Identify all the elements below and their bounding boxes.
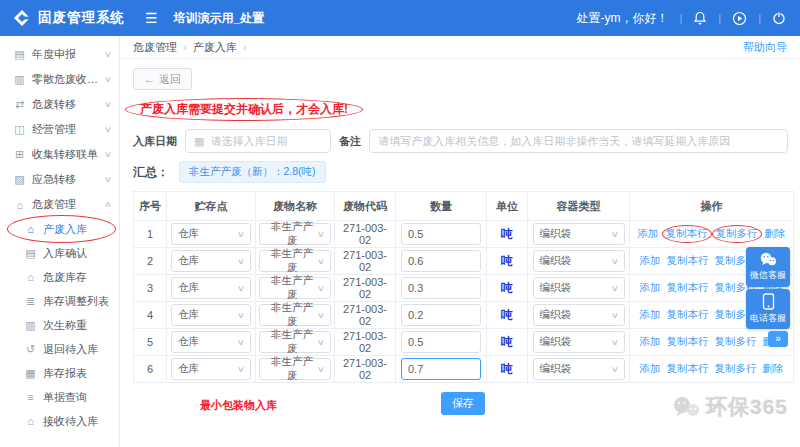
remark-field-label: 备注 [339, 134, 361, 149]
scattered-collection-icon: ▥ [13, 73, 26, 86]
copy-row-link[interactable]: 复制本行 [667, 362, 709, 376]
inbound-date-input[interactable]: ▦ 请选择入库日期 [185, 129, 331, 153]
delete-link[interactable]: 删除 [765, 227, 786, 241]
chevron-down-icon: ∨ [104, 75, 112, 84]
add-link[interactable]: 添加 [640, 362, 661, 376]
sidebar-subitem[interactable]: ▥次生称重 [0, 313, 119, 337]
seq-cell: 2 [134, 248, 167, 275]
sidebar-item[interactable]: ⊞收集转移联单∨ [0, 142, 119, 167]
copy-multi-link[interactable]: 复制多行 [715, 362, 757, 376]
breadcrumb-level1[interactable]: 危废管理 [133, 40, 177, 55]
back-button[interactable]: ← 返回 [133, 68, 192, 90]
quantity-cell [396, 302, 487, 329]
sidebar-item[interactable]: ⌂危废管理∧ [0, 192, 119, 217]
collapse-chevrons-button[interactable]: » [768, 331, 788, 347]
container-select[interactable]: 编织袋∨ [533, 358, 625, 380]
copy-row-link[interactable]: 复制本行 [662, 225, 712, 243]
chevron-down-icon: ∨ [237, 311, 245, 320]
quantity-input[interactable] [401, 304, 481, 326]
container-select-value: 编织袋 [540, 362, 572, 376]
container-cell: 编织袋∨ [528, 275, 630, 302]
quantity-input[interactable] [401, 358, 481, 380]
waste-name-select[interactable]: 非生产产废∨ [259, 250, 331, 272]
container-select[interactable]: 编织袋∨ [533, 277, 625, 299]
wechat-service-button[interactable]: 微信客服 [746, 247, 790, 287]
add-link[interactable]: 添加 [640, 254, 661, 268]
container-cell: 编织袋∨ [528, 356, 630, 383]
logout-power-icon[interactable] [772, 11, 786, 25]
inbound-form-row: 入库日期 ▦ 请选择入库日期 备注 [133, 129, 788, 153]
storage-select[interactable]: 仓库∨ [171, 223, 251, 245]
sidebar-item[interactable]: ⇄危废转移∨ [0, 92, 119, 117]
copy-multi-link[interactable]: 复制多行 [715, 335, 757, 349]
sidebar-item[interactable]: ▨应急转移∨ [0, 167, 119, 192]
sidebar-item[interactable]: ▤年度申报∨ [0, 42, 119, 67]
save-button[interactable]: 保存 [441, 392, 485, 415]
quantity-input[interactable] [401, 223, 481, 245]
waste-name-select[interactable]: 非生产产废∨ [259, 277, 331, 299]
sidebar-subitem-active[interactable]: ⌂产废入库 [0, 217, 119, 241]
container-select[interactable]: 编织袋∨ [533, 250, 625, 272]
container-select[interactable]: 编织袋∨ [533, 304, 625, 326]
sidebar-subitem[interactable]: ≣库存调整列表 [0, 289, 119, 313]
row-actions: 添加复制本行复制多行删除 [632, 227, 791, 241]
wechat-service-label: 微信客服 [750, 269, 786, 282]
waste-name-select[interactable]: 非生产产废∨ [259, 358, 331, 380]
storage-select[interactable]: 仓库∨ [171, 358, 251, 380]
add-link[interactable]: 添加 [640, 281, 661, 295]
storage-cell: 仓库∨ [167, 221, 256, 248]
quantity-cell [396, 356, 487, 383]
sidebar-item-label: 经营管理 [32, 122, 76, 137]
waste-name-select[interactable]: 非生产产废∨ [259, 223, 331, 245]
tab-training-demo[interactable]: 培训演示用_处置 [174, 10, 265, 27]
quantity-input[interactable] [401, 250, 481, 272]
sidebar-subitem[interactable]: ▤入库确认 [0, 241, 119, 265]
remark-input[interactable] [369, 129, 788, 153]
sidebar-item[interactable]: ▥零散危废收集填报∨ [0, 67, 119, 92]
guide-play-icon[interactable] [732, 11, 747, 26]
container-select[interactable]: 编织袋∨ [533, 223, 625, 245]
phone-service-button[interactable]: 电话客服 [746, 289, 790, 329]
storage-cell: 仓库∨ [167, 248, 256, 275]
notification-bell-icon[interactable] [693, 11, 707, 25]
topbar: 固废管理系统 ☰ 培训演示用_处置 处置-ym，你好！ | | | [0, 0, 800, 36]
quantity-input[interactable] [401, 277, 481, 299]
sidebar-item-label: 零散危废收集填报 [32, 72, 99, 87]
sidebar-subitem[interactable]: ⌂接收待入库 [0, 409, 119, 433]
add-link[interactable]: 添加 [640, 335, 661, 349]
container-select[interactable]: 编织袋∨ [533, 331, 625, 353]
help-guide-link[interactable]: 帮助向导 [743, 40, 787, 55]
storage-select[interactable]: 仓库∨ [171, 277, 251, 299]
sidebar-subitem[interactable]: ▦库存报表 [0, 361, 119, 385]
delete-link[interactable]: 删除 [763, 362, 784, 376]
copy-row-link[interactable]: 复制本行 [667, 308, 709, 322]
add-link[interactable]: 添加 [640, 308, 661, 322]
storage-select[interactable]: 仓库∨ [171, 304, 251, 326]
sidebar: ▤年度申报∨▥零散危废收集填报∨⇄危废转移∨◫经营管理∨⊞收集转移联单∨▨应急转… [0, 36, 120, 447]
summary-row: 汇总： 非生产产废（新）：2.8(吨) [133, 161, 788, 183]
container-select-value: 编织袋 [540, 227, 572, 241]
seq-cell: 5 [134, 329, 167, 356]
hamburger-menu-icon[interactable]: ☰ [145, 10, 158, 26]
sidebar-subitem[interactable]: ⌂危废库存 [0, 265, 119, 289]
storage-select[interactable]: 仓库∨ [171, 250, 251, 272]
copy-multi-link[interactable]: 复制多行 [712, 225, 762, 243]
breadcrumb-level2[interactable]: 产废入库 [193, 40, 237, 55]
brand: 固废管理系统 [0, 9, 125, 27]
add-link[interactable]: 添加 [638, 227, 659, 241]
quantity-input[interactable] [401, 331, 481, 353]
waste-name-select[interactable]: 非生产产废∨ [259, 331, 331, 353]
copy-row-link[interactable]: 复制本行 [667, 254, 709, 268]
storage-select[interactable]: 仓库∨ [171, 331, 251, 353]
sidebar-item[interactable]: ◫经营管理∨ [0, 117, 119, 142]
column-header: 操作 [630, 192, 794, 221]
waste-name-cell: 非生产产废∨ [256, 302, 335, 329]
copy-row-link[interactable]: 复制本行 [667, 281, 709, 295]
sidebar-subitem[interactable]: ≡单据查询 [0, 385, 119, 409]
copy-row-link[interactable]: 复制本行 [667, 335, 709, 349]
annual-declaration-icon: ▤ [13, 48, 26, 61]
waste-name-select[interactable]: 非生产产废∨ [259, 304, 331, 326]
storage-select-value: 仓库 [178, 254, 199, 268]
waste-code-cell: 271-003-02 [335, 329, 396, 356]
sidebar-subitem[interactable]: ↺退回待入库 [0, 337, 119, 361]
